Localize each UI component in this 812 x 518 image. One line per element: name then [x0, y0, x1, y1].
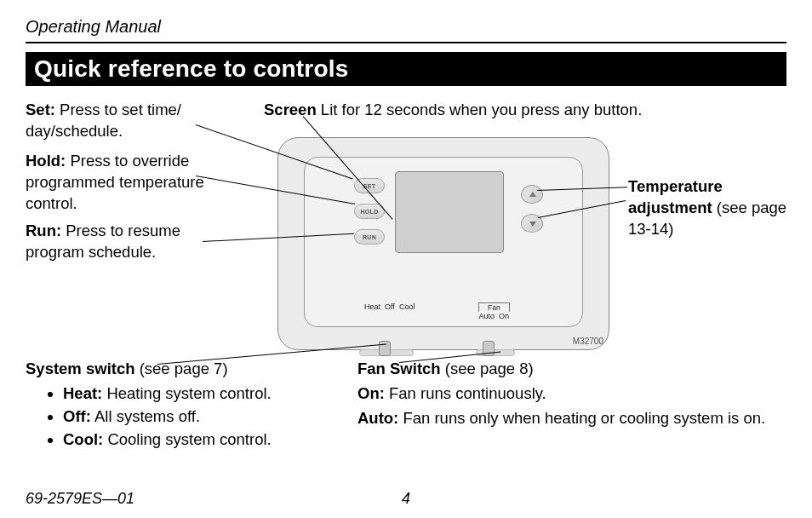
bullet-text: All systems off.	[91, 407, 200, 425]
bullet-text: Heating system control.	[102, 384, 271, 402]
run-button: RUN	[354, 229, 385, 245]
callout-fan: Fan Switch (see page 8) On: Fan runs con…	[357, 359, 792, 429]
device-panel: SET HOLD RUN Heat Off Cool Fan Auto	[304, 157, 583, 327]
manual-title: Operating Manual	[26, 17, 786, 40]
temp-up-button	[521, 185, 543, 204]
callout-temp-label: Temperature adjustment	[628, 177, 723, 216]
section-title: Quick reference to controls	[26, 52, 786, 86]
callout-system-text: (see page 7)	[135, 360, 228, 377]
header-rule	[26, 42, 786, 43]
callout-set-label: Set:	[26, 101, 55, 118]
callout-hold-label: Hold:	[26, 152, 66, 170]
callout-screen-text: Lit for 12 seconds when you press any bu…	[317, 101, 643, 118]
callout-screen-label: Screen	[264, 101, 317, 118]
fan-auto-text: Fan runs only when heating or cooling sy…	[398, 409, 765, 427]
model-number: M32700	[573, 337, 603, 346]
bullet-text: Cooling system control.	[103, 430, 271, 448]
callout-set: Set: Press to set time/ day/schedule.	[26, 100, 238, 142]
system-switch-labels: Heat Off Cool	[364, 302, 415, 311]
fan-on: On	[499, 312, 509, 320]
system-bullets: Heat: Heating system control. Off: All s…	[26, 383, 349, 451]
callout-system: System switch (see page 7) Heat: Heating…	[26, 359, 349, 451]
doc-number: 69-2579ES—01	[26, 490, 134, 508]
bullet-label: Heat:	[63, 384, 102, 402]
bullet-label: Cool:	[63, 430, 103, 448]
switch-row: Heat Off Cool Fan Auto On	[356, 302, 548, 321]
fan-on-label: On:	[357, 384, 385, 402]
callout-run-label: Run:	[26, 222, 61, 239]
fan-title: Fan	[478, 302, 510, 312]
callout-fan-label: Fan Switch	[357, 360, 441, 377]
fan-on-text: Fan runs continuously.	[385, 384, 546, 402]
page-footer: 69-2579ES—01 4	[26, 490, 786, 508]
fan-switch-labels: Fan Auto On	[478, 302, 510, 320]
fan-auto-label: Auto:	[357, 409, 398, 427]
bullet-label: Off:	[63, 407, 91, 425]
sys-off: Off	[385, 302, 395, 311]
callout-fan-text: (see page 8)	[441, 360, 534, 377]
list-item: Heat: Heating system control.	[63, 383, 349, 405]
list-item: Cool: Cooling system control.	[63, 429, 349, 451]
list-item: Off: All systems off.	[63, 406, 349, 428]
fan-auto: Auto	[479, 312, 495, 320]
device-screen	[395, 171, 504, 253]
sys-heat: Heat	[364, 302, 380, 311]
callout-hold: Hold: Press to override programmed tempe…	[26, 151, 238, 215]
callout-screen: Screen Lit for 12 seconds when you press…	[264, 100, 741, 121]
callout-temperature: Temperature adjustment (see page 13-14)	[628, 176, 798, 240]
page-number: 4	[402, 490, 410, 508]
callout-system-label: System switch	[26, 360, 135, 377]
sys-cool: Cool	[399, 302, 415, 311]
